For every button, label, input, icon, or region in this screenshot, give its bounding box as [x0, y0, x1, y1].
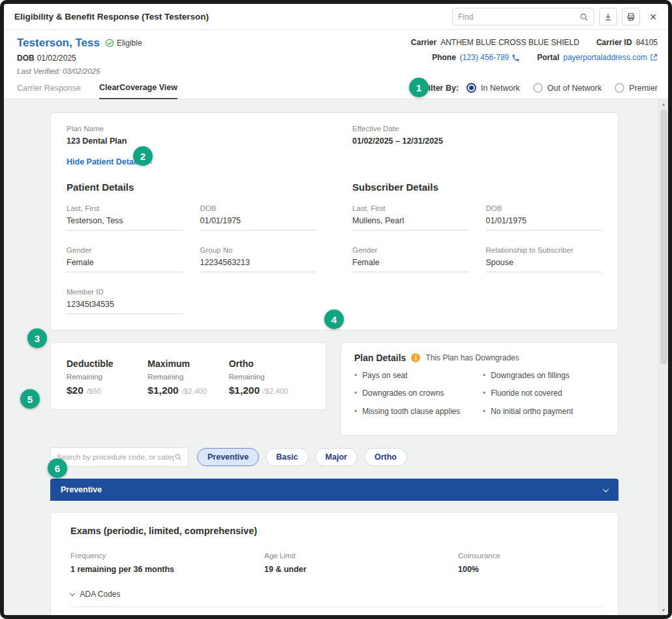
- plan-details-title: Plan Details: [354, 353, 406, 363]
- patient-header: Testerson, Tess Eligible DOB01/02/2025 L…: [4, 30, 668, 77]
- stat-value: 1 remaining per 36 months: [70, 565, 264, 574]
- field-value: Mullens, Pearl: [352, 216, 469, 230]
- radio-in-network[interactable]: In Network: [466, 83, 520, 93]
- ada-codes-label: ADA Codes: [80, 590, 121, 599]
- benefit-sub: Remaining: [147, 373, 228, 381]
- preventive-section-header[interactable]: Preventive: [50, 479, 619, 501]
- tab-row: Carrier Response ClearCoverage View Filt…: [4, 77, 668, 99]
- field-value: Female: [352, 258, 469, 272]
- dob-value: 01/02/2025: [37, 54, 76, 63]
- annotation-circle-3: 3: [27, 328, 47, 348]
- download-icon: [603, 12, 613, 22]
- scrollbar-thumb[interactable]: [660, 110, 667, 364]
- radio-unselected-icon: [615, 83, 624, 93]
- stat-label: Age Limit: [264, 552, 458, 560]
- vertical-scrollbar[interactable]: ▲ ▼: [658, 99, 668, 615]
- ada-codes-toggle[interactable]: ADA Codes: [70, 590, 602, 607]
- radio-out-of-network-label: Out of Network: [547, 84, 602, 93]
- bullet-text: Pays on seat: [362, 371, 407, 380]
- radio-out-of-network[interactable]: Out of Network: [533, 83, 602, 93]
- toolbar-actions: ✕: [452, 8, 662, 25]
- chip-preventive[interactable]: Preventive: [197, 448, 259, 466]
- field-label: Relationship to Subscriber: [486, 246, 603, 254]
- chevron-down-icon: [603, 486, 609, 492]
- field-last-first: Last, First Mullens, Pearl: [352, 204, 469, 230]
- scroll-down-icon[interactable]: ▼: [659, 608, 668, 612]
- radio-in-network-label: In Network: [481, 84, 520, 93]
- field-gender: Gender Female: [67, 246, 183, 272]
- benefit-remaining: $1,200: [229, 385, 260, 396]
- procedure-search-row: Preventive Basic Major Ortho: [50, 447, 619, 467]
- list-item: •No initial ortho payment: [483, 407, 605, 416]
- patient-details-title: Patient Details: [67, 182, 316, 193]
- tab-clearcoverage-view[interactable]: ClearCoverage View: [99, 77, 177, 99]
- procedure-search-input[interactable]: [57, 453, 174, 461]
- field-value: 12234563213: [200, 258, 317, 272]
- benefit-ortho: Ortho Remaining $1,200 /$2,400: [229, 358, 310, 396]
- stat-value: 19 & under: [264, 565, 458, 574]
- check-circle-icon: [105, 39, 114, 48]
- bullet-text: Downgrades on crowns: [362, 389, 444, 398]
- radio-selected-icon: [466, 83, 476, 93]
- benefit-remaining: $1,200: [147, 385, 178, 396]
- plan-name-label: Plan Name: [67, 125, 316, 133]
- bullet-text: Downgrades on fillings: [491, 371, 570, 380]
- carrier-id-label: Carrier ID: [596, 38, 632, 47]
- plan-details-bullets-right: •Downgrades on fillings •Fluoride not co…: [483, 371, 605, 424]
- plan-details-card: Plan Details i This Plan has Downgrades …: [341, 342, 619, 436]
- stat-coinsurance: Coinsurance 100%: [458, 552, 602, 574]
- benefit-maximum: Maximum Remaining $1,200 /$2,400: [147, 358, 228, 396]
- benefit-title: Deductible: [67, 358, 147, 369]
- network-filter: Filter By: In Network Out of Network Pre…: [393, 77, 658, 99]
- annotation-circle-6: 6: [48, 458, 67, 478]
- print-button[interactable]: [622, 8, 640, 25]
- chip-basic[interactable]: Basic: [266, 448, 308, 466]
- plan-name-field: Plan Name 123 Dental Plan: [67, 125, 316, 146]
- field-label: DOB: [200, 204, 317, 212]
- effective-date-label: Effective Date: [352, 125, 602, 133]
- carrier-name: ANTHEM BLUE CROSS BLUE SHIELD: [440, 38, 579, 47]
- chip-ortho[interactable]: Ortho: [364, 448, 407, 466]
- carrier-label: Carrier: [411, 38, 436, 47]
- subscriber-details-section: Subscriber Details Last, First Mullens, …: [352, 167, 602, 314]
- bullet-text: Fluoride not covered: [491, 389, 562, 398]
- close-button[interactable]: ✕: [645, 8, 662, 25]
- bullet-text: Missing tooth clause applies: [362, 407, 460, 416]
- phone-icon: [512, 54, 520, 62]
- download-button[interactable]: [599, 8, 617, 25]
- effective-date-field: Effective Date 01/02/2025 – 12/31/2025: [352, 125, 602, 146]
- chip-major[interactable]: Major: [315, 448, 358, 466]
- field-value: 01/01/1975: [200, 216, 317, 230]
- content-area: Plan Name 123 Dental Plan Effective Date…: [4, 99, 668, 615]
- list-item: •Fluoride not covered: [483, 389, 605, 398]
- toolbar: Eligibility & Benefit Response (Test Tes…: [4, 4, 668, 30]
- radio-premier[interactable]: Premier: [615, 83, 658, 93]
- field-label: Group No: [200, 246, 317, 254]
- stat-frequency: Frequency 1 remaining per 36 months: [70, 552, 264, 574]
- exams-card: Exams (periodic, limited, comprehensive)…: [50, 512, 619, 615]
- benefit-sub: Remaining: [67, 373, 147, 381]
- scroll-up-icon[interactable]: ▲: [659, 102, 668, 106]
- portal-link[interactable]: payerportaladdress.com: [563, 53, 658, 62]
- bullet-text: No initial ortho payment: [491, 407, 573, 416]
- benefit-title: Ortho: [229, 358, 310, 369]
- eligibility-response-window: Eligibility & Benefit Response (Test Tes…: [0, 0, 672, 619]
- annotation-circle-4: 4: [324, 310, 344, 329]
- tab-carrier-response[interactable]: Carrier Response: [17, 77, 81, 99]
- banner-label: Preventive: [61, 485, 102, 494]
- search-icon: [174, 453, 182, 461]
- close-icon: ✕: [649, 12, 657, 22]
- plan-card: Plan Name 123 Dental Plan Effective Date…: [50, 112, 619, 330]
- field-gender: Gender Female: [352, 246, 469, 272]
- list-item: •Pays on seat: [354, 371, 476, 380]
- field-dob: DOB 01/01/1975: [486, 204, 603, 230]
- find-input[interactable]: [458, 12, 579, 22]
- print-icon: [626, 12, 635, 22]
- chevron-down-icon: [70, 591, 75, 596]
- field-value: 12345t34535: [67, 300, 183, 314]
- dob-label: DOB: [17, 54, 35, 63]
- find-box[interactable]: [452, 8, 594, 25]
- plan-name-value: 123 Dental Plan: [67, 136, 316, 146]
- phone-link[interactable]: (123) 456-789: [460, 53, 520, 62]
- procedure-search-box[interactable]: [50, 447, 189, 467]
